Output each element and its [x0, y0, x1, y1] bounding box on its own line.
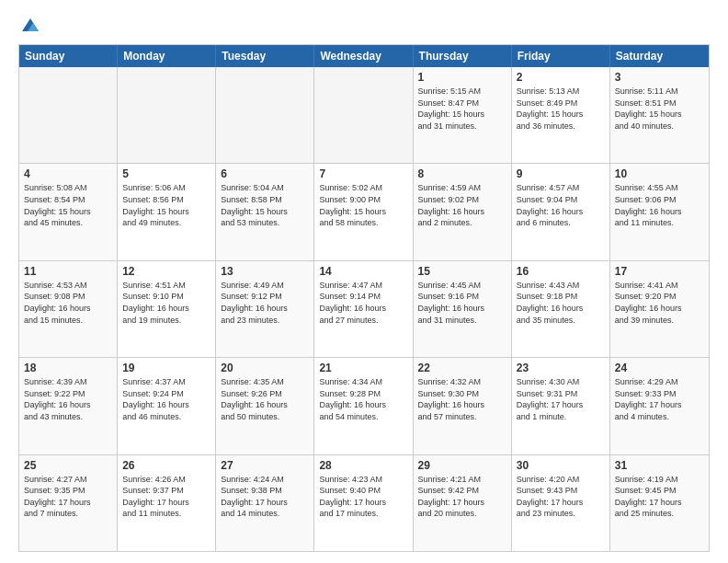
- header-day-sunday: Sunday: [19, 45, 118, 67]
- logo: [18, 15, 40, 35]
- header-day-tuesday: Tuesday: [216, 45, 314, 67]
- cell-text: Sunrise: 4:41 AM Sunset: 9:20 PM Dayligh…: [615, 280, 704, 326]
- day-number: 21: [319, 362, 407, 374]
- day-number: 17: [615, 265, 704, 278]
- day-number: 28: [319, 459, 407, 472]
- calendar-row-1: 4Sunrise: 5:08 AM Sunset: 8:54 PM Daylig…: [19, 163, 709, 259]
- calendar-row-2: 11Sunrise: 4:53 AM Sunset: 9:08 PM Dayli…: [19, 260, 709, 357]
- calendar-cell: 18Sunrise: 4:39 AM Sunset: 9:22 PM Dayli…: [19, 358, 118, 454]
- calendar-cell: 28Sunrise: 4:23 AM Sunset: 9:40 PM Dayli…: [314, 455, 413, 551]
- day-number: 16: [517, 265, 605, 278]
- day-number: 23: [517, 362, 605, 374]
- day-number: 7: [319, 167, 407, 180]
- calendar-cell: 20Sunrise: 4:35 AM Sunset: 9:26 PM Dayli…: [216, 358, 314, 454]
- day-number: 5: [122, 167, 210, 180]
- cell-text: Sunrise: 4:20 AM Sunset: 9:43 PM Dayligh…: [517, 474, 605, 520]
- cell-text: Sunrise: 4:37 AM Sunset: 9:24 PM Dayligh…: [122, 376, 210, 422]
- calendar: SundayMondayTuesdayWednesdayThursdayFrid…: [18, 44, 710, 552]
- cell-text: Sunrise: 5:08 AM Sunset: 8:54 PM Dayligh…: [24, 182, 112, 228]
- calendar-cell: [118, 67, 216, 163]
- header-day-wednesday: Wednesday: [314, 45, 413, 67]
- day-number: 4: [24, 167, 112, 180]
- day-number: 13: [221, 265, 309, 278]
- cell-text: Sunrise: 4:23 AM Sunset: 9:40 PM Dayligh…: [319, 474, 407, 520]
- calendar-cell: 9Sunrise: 4:57 AM Sunset: 9:04 PM Daylig…: [512, 164, 610, 259]
- calendar-cell: 26Sunrise: 4:26 AM Sunset: 9:37 PM Dayli…: [118, 455, 216, 551]
- day-number: 11: [24, 265, 112, 278]
- cell-text: Sunrise: 5:15 AM Sunset: 8:47 PM Dayligh…: [418, 86, 506, 132]
- cell-text: Sunrise: 4:51 AM Sunset: 9:10 PM Dayligh…: [122, 280, 210, 326]
- logo-text: [18, 15, 40, 35]
- calendar-cell: 12Sunrise: 4:51 AM Sunset: 9:10 PM Dayli…: [118, 261, 216, 357]
- day-number: 30: [517, 459, 605, 472]
- cell-text: Sunrise: 5:04 AM Sunset: 8:58 PM Dayligh…: [221, 182, 309, 228]
- cell-text: Sunrise: 5:11 AM Sunset: 8:51 PM Dayligh…: [615, 86, 704, 132]
- calendar-cell: 17Sunrise: 4:41 AM Sunset: 9:20 PM Dayli…: [610, 261, 709, 357]
- calendar-cell: 14Sunrise: 4:47 AM Sunset: 9:14 PM Dayli…: [314, 261, 413, 357]
- cell-text: Sunrise: 5:02 AM Sunset: 9:00 PM Dayligh…: [319, 182, 407, 228]
- day-number: 22: [418, 362, 506, 374]
- cell-text: Sunrise: 4:39 AM Sunset: 9:22 PM Dayligh…: [24, 376, 112, 422]
- calendar-body: 1Sunrise: 5:15 AM Sunset: 8:47 PM Daylig…: [19, 67, 709, 551]
- day-number: 10: [615, 167, 704, 180]
- calendar-cell: 27Sunrise: 4:24 AM Sunset: 9:38 PM Dayli…: [216, 455, 314, 551]
- day-number: 14: [319, 265, 407, 278]
- header-day-friday: Friday: [512, 45, 610, 67]
- calendar-cell: 10Sunrise: 4:55 AM Sunset: 9:06 PM Dayli…: [610, 164, 709, 259]
- cell-text: Sunrise: 4:53 AM Sunset: 9:08 PM Dayligh…: [24, 280, 112, 326]
- calendar-cell: 7Sunrise: 5:02 AM Sunset: 9:00 PM Daylig…: [314, 164, 413, 259]
- calendar-cell: 24Sunrise: 4:29 AM Sunset: 9:33 PM Dayli…: [610, 358, 709, 454]
- calendar-row-3: 18Sunrise: 4:39 AM Sunset: 9:22 PM Dayli…: [19, 357, 709, 454]
- cell-text: Sunrise: 5:06 AM Sunset: 8:56 PM Dayligh…: [122, 182, 210, 228]
- calendar-cell: 11Sunrise: 4:53 AM Sunset: 9:08 PM Dayli…: [19, 261, 118, 357]
- header-day-monday: Monday: [118, 45, 216, 67]
- calendar-cell: 13Sunrise: 4:49 AM Sunset: 9:12 PM Dayli…: [216, 261, 314, 357]
- calendar-header: SundayMondayTuesdayWednesdayThursdayFrid…: [19, 45, 709, 67]
- calendar-cell: 22Sunrise: 4:32 AM Sunset: 9:30 PM Dayli…: [414, 358, 512, 454]
- calendar-cell: 23Sunrise: 4:30 AM Sunset: 9:31 PM Dayli…: [512, 358, 610, 454]
- calendar-cell: 15Sunrise: 4:45 AM Sunset: 9:16 PM Dayli…: [414, 261, 512, 357]
- day-number: 2: [517, 71, 605, 84]
- cell-text: Sunrise: 4:34 AM Sunset: 9:28 PM Dayligh…: [319, 376, 407, 422]
- day-number: 15: [418, 265, 506, 278]
- calendar-cell: 21Sunrise: 4:34 AM Sunset: 9:28 PM Dayli…: [314, 358, 413, 454]
- header-day-saturday: Saturday: [610, 45, 709, 67]
- calendar-cell: 19Sunrise: 4:37 AM Sunset: 9:24 PM Dayli…: [118, 358, 216, 454]
- calendar-row-0: 1Sunrise: 5:15 AM Sunset: 8:47 PM Daylig…: [19, 67, 709, 163]
- calendar-cell: [19, 67, 118, 163]
- calendar-cell: 25Sunrise: 4:27 AM Sunset: 9:35 PM Dayli…: [19, 455, 118, 551]
- cell-text: Sunrise: 4:47 AM Sunset: 9:14 PM Dayligh…: [319, 280, 407, 326]
- cell-text: Sunrise: 4:35 AM Sunset: 9:26 PM Dayligh…: [221, 376, 309, 422]
- calendar-row-4: 25Sunrise: 4:27 AM Sunset: 9:35 PM Dayli…: [19, 454, 709, 551]
- cell-text: Sunrise: 4:30 AM Sunset: 9:31 PM Dayligh…: [517, 376, 605, 422]
- cell-text: Sunrise: 4:57 AM Sunset: 9:04 PM Dayligh…: [517, 182, 605, 228]
- calendar-cell: 5Sunrise: 5:06 AM Sunset: 8:56 PM Daylig…: [118, 164, 216, 259]
- cell-text: Sunrise: 4:29 AM Sunset: 9:33 PM Dayligh…: [615, 376, 704, 422]
- day-number: 24: [615, 362, 704, 374]
- calendar-cell: 1Sunrise: 5:15 AM Sunset: 8:47 PM Daylig…: [414, 67, 512, 163]
- calendar-cell: 4Sunrise: 5:08 AM Sunset: 8:54 PM Daylig…: [19, 164, 118, 259]
- calendar-cell: [314, 67, 413, 163]
- calendar-cell: 2Sunrise: 5:13 AM Sunset: 8:49 PM Daylig…: [512, 67, 610, 163]
- day-number: 20: [221, 362, 309, 374]
- cell-text: Sunrise: 5:13 AM Sunset: 8:49 PM Dayligh…: [517, 86, 605, 132]
- cell-text: Sunrise: 4:43 AM Sunset: 9:18 PM Dayligh…: [517, 280, 605, 326]
- calendar-cell: 31Sunrise: 4:19 AM Sunset: 9:45 PM Dayli…: [610, 455, 709, 551]
- calendar-cell: 30Sunrise: 4:20 AM Sunset: 9:43 PM Dayli…: [512, 455, 610, 551]
- day-number: 9: [517, 167, 605, 180]
- calendar-cell: 3Sunrise: 5:11 AM Sunset: 8:51 PM Daylig…: [610, 67, 709, 163]
- page: SundayMondayTuesdayWednesdayThursdayFrid…: [0, 0, 728, 563]
- calendar-cell: 6Sunrise: 5:04 AM Sunset: 8:58 PM Daylig…: [216, 164, 314, 259]
- day-number: 25: [24, 459, 112, 472]
- cell-text: Sunrise: 4:26 AM Sunset: 9:37 PM Dayligh…: [122, 474, 210, 520]
- day-number: 8: [418, 167, 506, 180]
- calendar-cell: 29Sunrise: 4:21 AM Sunset: 9:42 PM Dayli…: [414, 455, 512, 551]
- calendar-cell: 16Sunrise: 4:43 AM Sunset: 9:18 PM Dayli…: [512, 261, 610, 357]
- day-number: 3: [615, 71, 704, 84]
- cell-text: Sunrise: 4:55 AM Sunset: 9:06 PM Dayligh…: [615, 182, 704, 228]
- day-number: 18: [24, 362, 112, 374]
- cell-text: Sunrise: 4:59 AM Sunset: 9:02 PM Dayligh…: [418, 182, 506, 228]
- cell-text: Sunrise: 4:27 AM Sunset: 9:35 PM Dayligh…: [24, 474, 112, 520]
- cell-text: Sunrise: 4:24 AM Sunset: 9:38 PM Dayligh…: [221, 474, 309, 520]
- header: [18, 15, 710, 35]
